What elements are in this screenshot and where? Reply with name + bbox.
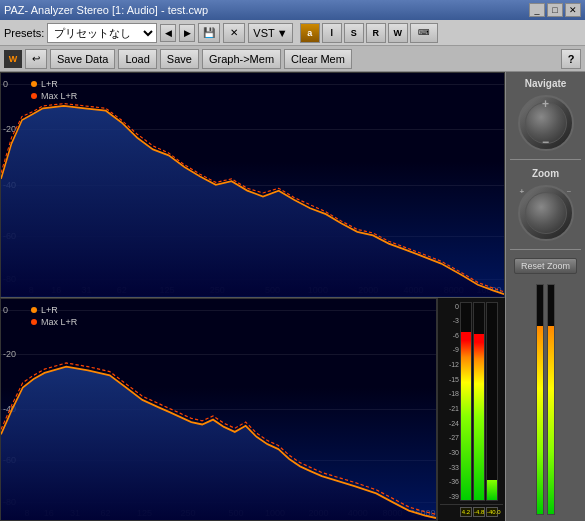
vst-label: VST [253,27,274,39]
vu-reading-2: -4.8 [473,507,485,517]
window-title: PAZ- Analyzer Stereo [1: Audio] - test.c… [4,4,529,16]
vu-scale-3: -3 [441,317,459,324]
vu-scale-9: -9 [441,346,459,353]
clear-mem-button[interactable]: Clear Mem [284,49,352,69]
vu-meter-3-bar [487,480,497,500]
presets-label: Presets: [4,27,44,39]
graph-to-mem-button[interactable]: Graph->Mem [202,49,281,69]
a-button[interactable]: a [300,23,320,43]
vst-dropdown-icon: ▼ [277,27,288,39]
undo-button[interactable]: ↩ [25,49,47,69]
vst-button[interactable]: VST ▼ [248,23,292,43]
vu-scale-0: 0 [441,303,459,310]
right-slider-2-fill [548,326,554,514]
preset-select[interactable]: プリセットなし [47,23,157,43]
b-legend-max-lr-label: Max L+R [41,317,77,327]
left-panel: 0 -20 -40 -60 -80 8 16 31 62 125 250 500… [0,72,505,521]
navigate-knob-container: + − [518,95,574,151]
vu-scale-6: -6 [441,332,459,339]
keyboard-button[interactable]: ⌨ [410,23,438,43]
vu-scale-27: -27 [441,434,459,441]
close-button[interactable]: ✕ [565,3,581,17]
top-analyzer-svg [1,73,504,297]
presets-bar: Presets: プリセットなし ◀ ▶ 💾 ✕ VST ▼ a l S R W… [0,20,585,46]
legend-max-lr-label: Max L+R [41,91,77,101]
preset-next-button[interactable]: ▶ [179,24,195,42]
navigate-knob[interactable] [525,102,567,144]
vu-meter-1 [460,302,472,502]
vu-meter-1-bar [461,332,471,500]
right-slider-1[interactable] [536,284,544,515]
navigate-label: Navigate [525,78,567,89]
reset-zoom-button[interactable]: Reset Zoom [514,258,577,274]
s-button[interactable]: S [344,23,364,43]
b-legend-max-lr: Max L+R [31,317,77,327]
vu-meter-3 [486,302,498,502]
b-legend-lr-dot [31,307,37,313]
minimize-button[interactable]: _ [529,3,545,17]
vu-readings: 4.2 -4.8 -40.0 [440,504,503,519]
save-data-button[interactable]: Save Data [50,49,115,69]
main-content: 0 -20 -40 -60 -80 8 16 31 62 125 250 500… [0,72,585,521]
top-analyzer[interactable]: 0 -20 -40 -60 -80 8 16 31 62 125 250 500… [0,72,505,298]
right-vu-sliders [536,284,555,515]
w-button[interactable]: W [388,23,408,43]
l-button[interactable]: l [322,23,342,43]
legend-lr-dot [31,81,37,87]
vu-scale-24: -24 [441,420,459,427]
vu-scale-15: -15 [441,376,459,383]
b-legend-lr-label: L+R [41,305,58,315]
b-legend-max-lr-dot [31,319,37,325]
vu-scale-18: -18 [441,390,459,397]
waves-logo: W [4,50,22,68]
vu-scale-39: -39 [441,493,459,500]
r-button[interactable]: R [366,23,386,43]
legend-max-lr: Max L+R [31,91,77,101]
vu-reading-3: -40.0 [486,507,498,517]
vu-scale-33: -33 [441,464,459,471]
bottom-analyzer-legend: L+R Max L+R [31,305,77,327]
save-button[interactable]: Save [160,49,199,69]
vu-meter-2-bar [474,334,484,500]
vu-meter-2 [473,302,485,502]
vu-readings-spacer [441,507,459,517]
right-panel: Navigate + − Zoom + − Reset Zoom [505,72,585,521]
bottom-analyzer[interactable]: 0 -20 -40 -60 -80 8 16 31 62 125 250 500 [0,298,437,522]
help-button[interactable]: ? [561,49,581,69]
vu-scale-21: -21 [441,405,459,412]
preset-prev-button[interactable]: ◀ [160,24,176,42]
zoom-knob-container: + − [518,185,574,241]
legend-lr-label: L+R [41,79,58,89]
top-analyzer-legend: L+R Max L+R [31,79,77,101]
bottom-section: 0 -20 -40 -60 -80 8 16 31 62 125 250 500 [0,298,505,522]
zoom-label: Zoom [532,168,559,179]
zoom-knob[interactable] [525,192,567,234]
toolbar: W ↩ Save Data Load Save Graph->Mem Clear… [0,46,585,72]
vu-scale-12: -12 [441,361,459,368]
vu-scale-30: -30 [441,449,459,456]
separator-2 [510,249,581,250]
load-button[interactable]: Load [118,49,156,69]
legend-lr: L+R [31,79,77,89]
delete-preset-button[interactable]: ✕ [223,23,245,43]
vu-panel: 0 -3 -6 -9 -12 -15 -18 -21 -24 -27 -30 -… [437,298,505,522]
preset-right-buttons: a l S R W ⌨ [300,23,438,43]
title-bar: PAZ- Analyzer Stereo [1: Audio] - test.c… [0,0,585,20]
vu-reading-1: 4.2 [460,507,472,517]
right-slider-2[interactable] [547,284,555,515]
separator-1 [510,159,581,160]
right-slider-1-fill [537,326,543,514]
vu-scale-36: -36 [441,478,459,485]
b-legend-lr: L+R [31,305,77,315]
maximize-button[interactable]: □ [547,3,563,17]
legend-max-lr-dot [31,93,37,99]
save-preset-icon-button[interactable]: 💾 [198,23,220,43]
window-controls: _ □ ✕ [529,3,581,17]
vu-scale: 0 -3 -6 -9 -12 -15 -18 -21 -24 -27 -30 -… [441,302,459,502]
bottom-analyzer-svg [1,299,436,521]
